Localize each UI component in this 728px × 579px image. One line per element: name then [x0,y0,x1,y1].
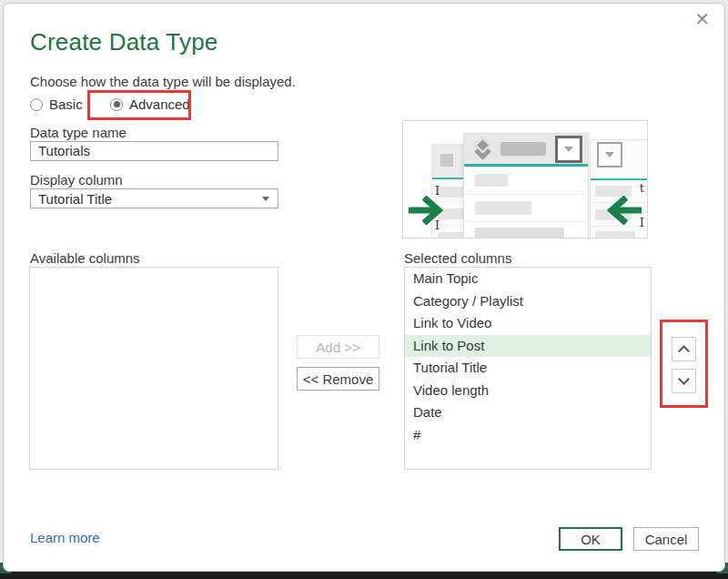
close-icon[interactable]: ✕ [694,7,710,31]
cancel-button[interactable]: Cancel [633,527,699,551]
chevron-up-icon [678,345,690,357]
move-down-button[interactable] [672,369,696,393]
dialog-subtitle: Choose how the data type will be display… [30,74,296,89]
radio-circle-icon [30,98,43,111]
dropdown-box-icon [597,142,622,168]
display-column-value: Tutorial Title [38,191,112,207]
move-up-button[interactable] [672,337,696,361]
list-item[interactable]: Date [405,401,651,424]
illustration-card-front [463,133,589,239]
selected-columns-list[interactable]: Main TopicCategory / PlaylistLink to Vid… [404,267,652,470]
chevron-down-icon [262,197,269,201]
chevron-down-icon [678,373,690,385]
display-column-dropdown[interactable]: Tutorial Title [30,188,278,208]
available-columns-label: Available columns [30,250,140,266]
annotation-reorder-highlight [660,320,708,408]
radio-advanced[interactable]: Advanced [110,96,190,112]
radio-selected-icon [110,98,123,111]
layers-icon [474,139,492,159]
data-type-name-label: Data type name [30,125,126,140]
green-arrow-left-icon [591,196,642,225]
radio-advanced-label: Advanced [129,96,190,112]
dialog-title: Create Data Type [30,28,218,56]
list-item[interactable]: Link to Post [405,335,651,358]
background-window-edge [0,572,728,579]
dropdown-box-icon [555,136,582,163]
radio-basic-label: Basic [49,96,83,112]
list-item[interactable]: Main Topic [405,268,651,290]
list-item[interactable]: Tutorial Title [405,357,651,380]
available-columns-list[interactable] [29,267,278,470]
learn-more-link[interactable]: Learn more [30,530,100,545]
radio-basic[interactable]: Basic [30,96,83,112]
list-item[interactable]: Video length [405,380,651,402]
list-item[interactable]: Link to Video [405,312,651,335]
remove-button[interactable]: << Remove [297,367,379,391]
list-item[interactable]: Category / Playlist [405,290,651,313]
data-type-name-input[interactable]: Tutorials [30,141,278,161]
green-arrow-right-icon [409,196,460,225]
create-data-type-dialog: ✕ Create Data Type Choose how the data t… [3,3,725,572]
list-item[interactable]: # [405,424,651,447]
selected-columns-label: Selected columns [404,250,511,266]
add-button[interactable]: Add >> [297,335,379,359]
data-type-illustration: I I t I [402,120,648,239]
ok-button[interactable]: OK [559,527,622,551]
display-column-label: Display column [30,172,123,188]
